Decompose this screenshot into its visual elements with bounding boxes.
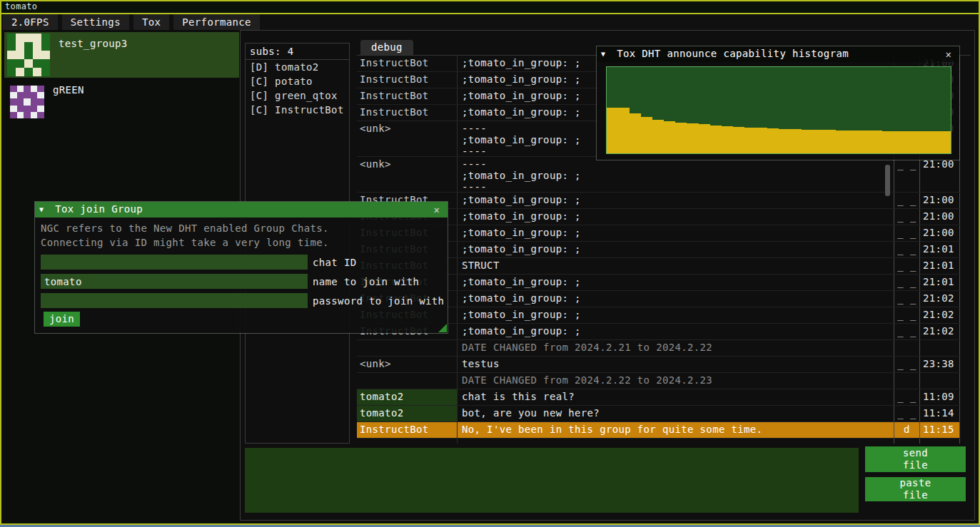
message-status: _ _ <box>894 275 919 290</box>
menu-item-tox[interactable]: Tox <box>133 14 169 30</box>
histogram-bar <box>630 113 641 153</box>
histogram-bar <box>733 127 744 153</box>
histogram-bar <box>847 131 859 153</box>
message-time: 21:01 <box>919 242 960 257</box>
message-text: ;tomato_in_group: ; <box>457 324 894 339</box>
message-status: d <box>894 422 919 438</box>
message-text: DATE CHANGED from 2024.2.22 to 2024.2.23 <box>457 373 894 389</box>
message-text: ;tomato_in_group: ; <box>457 291 894 307</box>
window-title: tomato <box>5 1 37 11</box>
message-text: ;tomato_in_group: ; <box>457 242 894 257</box>
dht-histogram-window: ▼ Tox DHT announce capability histogram … <box>596 46 960 160</box>
resize-grip[interactable] <box>438 324 447 332</box>
chat-log-filler <box>357 439 960 444</box>
message-status: _ _ <box>894 193 919 208</box>
message-time: 11:09 <box>919 389 960 405</box>
message-time: 21:00 <box>919 193 960 208</box>
histogram-bar <box>813 130 824 153</box>
message-status: _ _ <box>894 357 919 372</box>
chat-scrollbar-thumb[interactable] <box>885 165 890 196</box>
chat-message-row[interactable]: InstructBotNo, I've been in this group f… <box>357 422 960 439</box>
subs-count-label: subs: 4 <box>246 44 349 60</box>
histogram-bar <box>859 131 870 153</box>
close-icon[interactable]: ✕ <box>430 203 443 216</box>
histogram-bar <box>664 121 675 153</box>
contact-item[interactable]: gREEN <box>4 82 239 122</box>
message-status: _ _ <box>894 242 919 257</box>
message-sender: <unk> <box>357 121 457 156</box>
contact-item[interactable]: test_group3 <box>4 32 239 78</box>
message-sender <box>357 373 457 389</box>
message-status: _ _ <box>894 157 919 192</box>
join-help-text-1: NGC refers to the New DHT enabled Group … <box>41 222 329 234</box>
message-status: _ _ <box>894 324 919 339</box>
chat-message-row[interactable]: tomato2bot, are you new here?_ _11:14 <box>357 406 960 422</box>
message-status: _ _ <box>894 209 919 225</box>
message-text: ;tomato_in_group: ; <box>457 209 894 225</box>
message-sender: tomato2 <box>357 406 457 421</box>
histogram-bar <box>905 131 916 153</box>
chat-message-row[interactable]: tomato2chat is this real?_ _11:09 <box>357 389 960 406</box>
member-item[interactable]: [C] green_qtox <box>246 88 349 103</box>
app-window: tomato 2.0FPS Settings Tox Performance t… <box>0 0 980 527</box>
message-sender: <unk> <box>357 157 457 192</box>
histogram-bar <box>928 131 939 153</box>
os-titlebar[interactable]: tomato <box>1 1 979 14</box>
histogram-bar <box>607 108 618 153</box>
message-time: 11:15 <box>919 422 960 438</box>
message-sender: InstructBot <box>357 56 457 71</box>
member-item[interactable]: [C] potato <box>246 74 349 88</box>
join-name-input[interactable] <box>41 274 308 289</box>
menu-item-performance[interactable]: Performance <box>173 14 260 30</box>
send-file-button[interactable]: send file <box>865 446 966 472</box>
histogram-bar <box>652 120 664 153</box>
message-sender <box>357 340 457 356</box>
message-time: 21:01 <box>919 275 960 290</box>
join-button[interactable]: join <box>44 312 80 327</box>
message-sender: InstructBot <box>357 72 457 88</box>
message-sender: InstructBot <box>357 88 457 104</box>
histogram-bar <box>641 117 652 153</box>
histogram-bar <box>722 126 733 153</box>
menu-item-settings[interactable]: Settings <box>62 14 129 30</box>
chat-message-row[interactable]: <unk>testus_ _23:38 <box>357 357 960 373</box>
message-time: 21:02 <box>919 307 960 323</box>
chat-id-input[interactable] <box>41 255 308 270</box>
message-status <box>894 373 919 389</box>
message-status: _ _ <box>894 389 919 405</box>
chat-system-row[interactable]: DATE CHANGED from 2024.2.22 to 2024.2.23 <box>357 373 960 389</box>
histogram-bar <box>916 131 928 153</box>
message-text: testus <box>457 357 894 372</box>
message-text: chat is this real? <box>457 389 894 405</box>
join-password-input[interactable] <box>41 293 308 308</box>
join-group-window: ▼ Tox join Group ✕ NGC refers to the New… <box>34 201 448 334</box>
message-input[interactable] <box>245 448 859 513</box>
paste-file-button[interactable]: paste file <box>865 477 966 501</box>
message-text: STRUCT <box>457 258 894 274</box>
message-time <box>919 373 960 389</box>
close-icon[interactable]: ✕ <box>942 48 955 61</box>
chat-system-row[interactable]: DATE CHANGED from 2024.2.21 to 2024.2.22 <box>357 340 960 357</box>
contact-name: test_group3 <box>50 32 128 78</box>
collapse-arrow-icon[interactable]: ▼ <box>39 202 44 217</box>
message-text: ;tomato_in_group: ; <box>457 307 894 323</box>
join-name-label: name to join with <box>313 276 419 287</box>
message-sender: InstructBot <box>357 422 457 438</box>
message-status: _ _ <box>894 291 919 307</box>
dht-histogram-window-titlebar[interactable]: ▼ Tox DHT announce capability histogram … <box>597 46 959 62</box>
member-item[interactable]: [D] tomato2 <box>246 60 349 74</box>
histogram-bar <box>675 123 687 153</box>
chat-message-row[interactable]: <unk>---- ;tomato_in_group: ; ----_ _21:… <box>357 157 960 193</box>
message-time <box>919 340 960 356</box>
histogram-bar <box>870 131 882 153</box>
menu-bar: 2.0FPS Settings Tox Performance <box>1 14 979 30</box>
histogram-bar <box>824 130 836 153</box>
collapse-arrow-icon[interactable]: ▼ <box>601 46 605 61</box>
member-item[interactable]: [C] InstructBot <box>246 103 349 117</box>
message-text: DATE CHANGED from 2024.2.21 to 2024.2.22 <box>457 340 894 356</box>
histogram-plot[interactable] <box>606 66 951 154</box>
message-text: ;tomato_in_group: ; <box>457 225 894 241</box>
join-group-window-titlebar[interactable]: ▼ Tox join Group ✕ <box>35 202 448 218</box>
message-time: 11:14 <box>919 406 960 421</box>
tab-debug[interactable]: debug <box>360 40 413 55</box>
